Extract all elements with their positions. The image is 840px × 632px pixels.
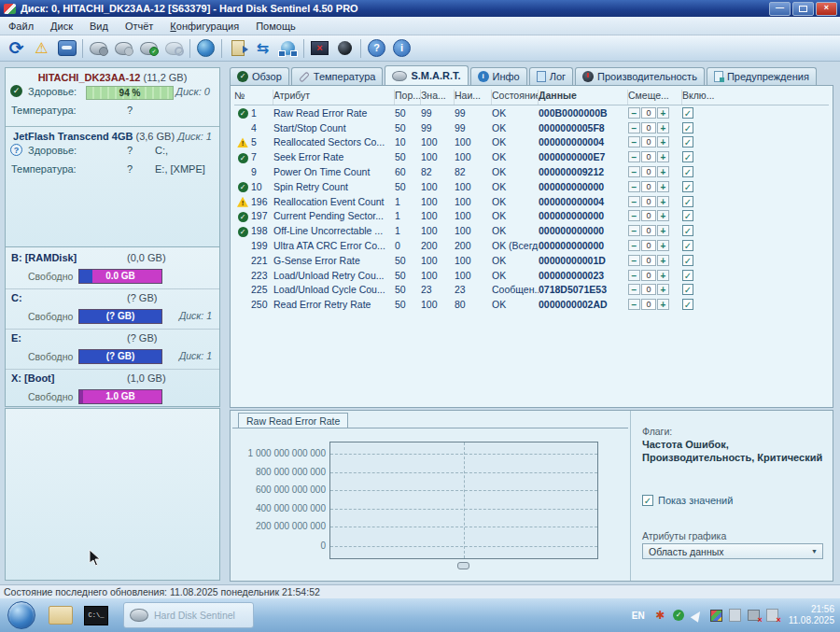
included-checkbox[interactable]: ✓: [682, 151, 693, 162]
tab-производительность[interactable]: Производительность: [575, 67, 705, 85]
display-settings-icon[interactable]: [710, 610, 722, 622]
graph-attributes-select[interactable]: Область данных ▼: [642, 543, 823, 559]
tab-температура[interactable]: Температура: [291, 67, 384, 85]
disk-previous-button[interactable]: [86, 37, 111, 60]
pointer-tool-icon[interactable]: [692, 610, 704, 622]
cmd-taskbar-item[interactable]: C:\_: [82, 603, 110, 627]
disk-next-button[interactable]: [111, 37, 136, 60]
offset-plus-button[interactable]: +: [657, 210, 669, 221]
tab-лог[interactable]: Лог: [529, 67, 573, 85]
monitor-off-button[interactable]: ×: [307, 37, 332, 60]
included-checkbox[interactable]: ✓: [682, 255, 693, 266]
table-row[interactable]: 199Ultra ATA CRC Error Co...0200200OK (В…: [234, 238, 829, 253]
offset-minus-button[interactable]: −: [628, 240, 640, 251]
table-row[interactable]: 250Read Error Retry Rate5010080OK0000000…: [234, 297, 829, 312]
offset-minus-button[interactable]: −: [628, 151, 640, 162]
taskbar-clock[interactable]: 21:5611.08.2025: [789, 604, 834, 626]
offset-minus-button[interactable]: −: [628, 284, 640, 295]
offset-plus-button[interactable]: +: [657, 255, 669, 266]
offset-minus-button[interactable]: −: [628, 181, 640, 192]
volume-item-b[interactable]: B: [RAMDisk](0,0 GB)Свободно0.0 GB: [6, 249, 219, 289]
table-row[interactable]: ✓197Current Pending Sector...1100100OK00…: [234, 209, 829, 224]
offset-plus-button[interactable]: +: [657, 225, 669, 236]
disk-overview-button[interactable]: [54, 37, 79, 60]
table-row[interactable]: ✓198Off-Line Uncorrectable ...1100100OK0…: [234, 223, 829, 238]
warning-report-button[interactable]: ⚠: [29, 37, 54, 60]
chart-scroll-handle[interactable]: [457, 562, 469, 569]
offset-plus-button[interactable]: +: [657, 240, 669, 251]
exit-panel-button[interactable]: [225, 37, 250, 60]
included-checkbox[interactable]: ✓: [682, 166, 693, 177]
included-checkbox[interactable]: ✓: [682, 181, 693, 192]
disk-summary-1[interactable]: JetFlash Transcend 4GB (3,6 GB) Диск: 1?…: [6, 127, 219, 185]
disk-search-button[interactable]: [161, 37, 187, 60]
included-checkbox[interactable]: ✓: [682, 107, 693, 119]
offset-minus-button[interactable]: −: [628, 255, 640, 266]
table-row[interactable]: !196Reallocation Event Count1100100OK000…: [234, 194, 829, 209]
tab-инфо[interactable]: iИнфо: [470, 67, 527, 85]
included-checkbox[interactable]: ✓: [682, 122, 693, 133]
volume-item-c[interactable]: C:(? GB)Свободно(? GB)Диск: 1: [6, 289, 219, 330]
table-row[interactable]: 225Load/Unload Cycle Cou...502323Сообщен…: [234, 283, 829, 298]
info-button[interactable]: i: [389, 37, 414, 60]
offset-plus-button[interactable]: +: [657, 122, 669, 133]
volume-muted-icon[interactable]: ×: [766, 610, 778, 622]
refresh-button[interactable]: ⟳: [4, 37, 29, 60]
close-button[interactable]: ×: [816, 2, 837, 16]
language-indicator[interactable]: EN: [632, 611, 645, 621]
offset-minus-button[interactable]: −: [628, 107, 640, 119]
offset-plus-button[interactable]: +: [657, 270, 669, 281]
offset-plus-button[interactable]: +: [657, 107, 669, 119]
table-row[interactable]: 9Power On Time Count608282OK000000009212…: [234, 164, 829, 179]
tab-s-m-a-r-t-[interactable]: S.M.A.R.T.: [385, 65, 468, 85]
show-values-checkbox[interactable]: ✓: [642, 495, 653, 506]
included-checkbox[interactable]: ✓: [682, 196, 693, 207]
sync-button[interactable]: ⇆: [250, 37, 275, 60]
included-checkbox[interactable]: ✓: [682, 136, 693, 147]
network-disconnected-icon[interactable]: ×: [748, 610, 760, 622]
table-row[interactable]: 223Load/Unload Retry Cou...50100100OK000…: [234, 268, 829, 283]
hdsentinel-taskbar-button[interactable]: Hard Disk Sentinel: [123, 602, 254, 628]
menu-item-файл[interactable]: Файл: [0, 19, 42, 34]
included-checkbox[interactable]: ✓: [682, 270, 693, 281]
help-button[interactable]: ?: [364, 37, 389, 60]
disk-test-button[interactable]: ✓: [136, 37, 161, 60]
archive-tool-icon[interactable]: [729, 610, 741, 622]
offset-minus-button[interactable]: −: [628, 270, 640, 281]
restore-button[interactable]: [792, 2, 814, 16]
minimize-button[interactable]: —: [769, 2, 791, 16]
chevron-down-icon[interactable]: ▼: [808, 546, 820, 556]
network-button[interactable]: [275, 37, 301, 60]
shutdown-button[interactable]: [332, 37, 357, 60]
offset-minus-button[interactable]: −: [628, 210, 640, 221]
start-button[interactable]: [7, 601, 35, 629]
offset-plus-button[interactable]: +: [657, 136, 669, 147]
disk-summary-0[interactable]: HITACHI_DK23AA-12 (11,2 GB)✓Здоровье:94 …: [6, 68, 219, 127]
chart-tab[interactable]: Raw Read Error Rate: [238, 413, 348, 428]
included-checkbox[interactable]: ✓: [682, 240, 693, 251]
offset-minus-button[interactable]: −: [628, 225, 640, 236]
offset-plus-button[interactable]: +: [657, 196, 669, 207]
offset-plus-button[interactable]: +: [657, 284, 669, 295]
menu-item-вид[interactable]: Вид: [81, 19, 117, 34]
menu-item-помощь[interactable]: Помощь: [247, 19, 304, 34]
tab-обзор[interactable]: ✓Обзор: [230, 67, 289, 85]
menu-item-отчёт[interactable]: Отчёт: [117, 19, 161, 34]
included-checkbox[interactable]: ✓: [682, 299, 693, 310]
table-row[interactable]: 221G-Sense Error Rate50100100OK000000000…: [234, 253, 829, 268]
tab-предупреждения[interactable]: Предупреждения: [707, 67, 817, 85]
offset-plus-button[interactable]: +: [657, 151, 669, 162]
menu-item-конфигурация[interactable]: Конфигурация: [161, 19, 247, 34]
explorer-taskbar-item[interactable]: [47, 603, 75, 627]
table-row[interactable]: ✓1Raw Read Error Rate509999OK000B0000000…: [234, 105, 829, 120]
offset-plus-button[interactable]: +: [657, 299, 669, 310]
offset-minus-button[interactable]: −: [628, 122, 640, 133]
volume-item-x[interactable]: X: [Boot](1,0 GB)Свободно1.0 GB: [6, 370, 219, 410]
table-row[interactable]: 4Start/Stop Count509999OK0000000005F8−0+…: [234, 120, 829, 135]
offset-minus-button[interactable]: −: [628, 166, 640, 177]
included-checkbox[interactable]: ✓: [682, 284, 693, 295]
offset-minus-button[interactable]: −: [628, 136, 640, 147]
tray-app-icon[interactable]: ✱: [654, 610, 666, 622]
offset-minus-button[interactable]: −: [628, 196, 640, 207]
included-checkbox[interactable]: ✓: [682, 210, 693, 221]
